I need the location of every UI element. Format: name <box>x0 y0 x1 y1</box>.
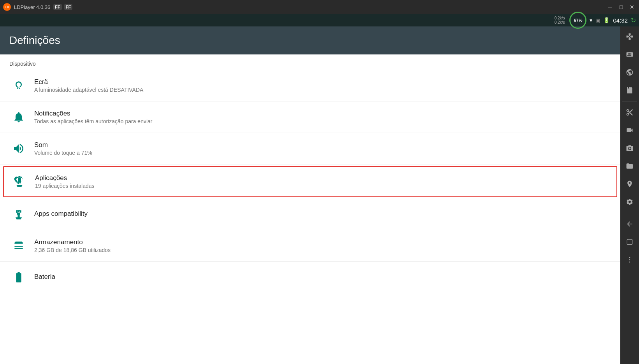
bateria-text: Bateria <box>34 273 55 282</box>
battery-icon: 🔋 <box>603 17 610 23</box>
som-icon <box>9 139 28 158</box>
settings-item-ecra[interactable]: Ecrã A luminosidade adaptável está DESAT… <box>0 70 620 102</box>
apps-compat-title: Apps compatibility <box>34 210 88 218</box>
toolbar-settings2-btn[interactable] <box>621 193 638 210</box>
bateria-icon <box>9 268 28 287</box>
restore-button[interactable]: □ <box>617 3 625 11</box>
svg-rect-1 <box>18 178 21 183</box>
toolbar-apps-btn[interactable] <box>621 251 638 268</box>
armazenamento-title: Armazenamento <box>34 238 111 246</box>
apps-compat-text: Apps compatibility <box>34 210 88 219</box>
side-toolbar <box>620 26 639 364</box>
title-bar: LD LDPlayer 4.0.36 FF FF ─ □ ✕ <box>0 0 639 14</box>
svg-rect-8 <box>16 210 17 213</box>
time-display: 04:32 <box>613 17 628 24</box>
toolbar-camera-btn[interactable] <box>621 140 638 157</box>
toolbar-back-btn[interactable] <box>621 215 638 233</box>
status-bar: 0,2k/s 0,2k/s 67% ▾ ▣ 🔋 04:32 ↻ <box>0 14 639 26</box>
som-subtitle: Volume do toque a 71% <box>34 150 92 156</box>
som-title: Som <box>34 141 92 149</box>
apps-compat-icon <box>9 205 28 224</box>
svg-rect-9 <box>20 210 21 213</box>
section-device-label: Dispositivo <box>0 54 620 70</box>
cpu-percent: 67% <box>574 18 582 23</box>
settings-content: Definições Dispositivo Ecrã A luminosida… <box>0 26 620 364</box>
ecra-text: Ecrã A luminosidade adaptável está DESAT… <box>34 78 143 93</box>
settings-item-bateria[interactable]: Bateria <box>0 262 620 293</box>
bateria-title: Bateria <box>34 273 55 281</box>
notificacoes-title: Notificações <box>34 110 153 117</box>
armazenamento-subtitle: 2,36 GB de 18,86 GB utilizados <box>34 247 111 253</box>
ecra-icon <box>9 76 28 95</box>
toolbar-location-btn[interactable] <box>621 175 638 192</box>
toolbar-globe-btn[interactable] <box>621 64 638 81</box>
ff-badge-1: FF <box>53 4 61 10</box>
svg-point-3 <box>20 182 21 184</box>
toolbar-gamepad-btn[interactable] <box>621 28 638 45</box>
aplicacoes-title: Aplicações <box>35 174 95 182</box>
upload-stat: 0,2k/s <box>555 16 565 20</box>
wifi-icon: ▾ <box>590 17 592 23</box>
settings-item-aplicacoes[interactable]: Aplicações 19 aplicações instaladas <box>3 166 617 197</box>
svg-point-10 <box>629 147 631 149</box>
svg-rect-5 <box>18 215 19 217</box>
notificacoes-text: Notificações Todas as aplicações têm aut… <box>34 110 153 124</box>
title-bar-left: LD LDPlayer 4.0.36 FF FF <box>3 3 72 11</box>
ecra-title: Ecrã <box>34 78 143 86</box>
download-stat: 0,2k/s <box>555 20 565 24</box>
svg-point-12 <box>629 257 630 258</box>
toolbar-scissors-btn[interactable] <box>621 104 638 121</box>
som-text: Som Volume do toque a 71% <box>34 141 92 156</box>
refresh-icon: ↻ <box>631 17 636 24</box>
aplicacoes-icon <box>10 172 29 191</box>
toolbar-sep-2 <box>622 213 637 213</box>
svg-point-7 <box>19 211 20 212</box>
svg-point-6 <box>18 211 18 212</box>
armazenamento-icon <box>9 236 28 255</box>
aplicacoes-text: Aplicações 19 aplicações instaladas <box>35 174 95 189</box>
settings-title: Definições <box>9 34 611 47</box>
notificacoes-icon <box>9 108 28 126</box>
settings-item-notificacoes[interactable]: Notificações Todas as aplicações têm aut… <box>0 102 620 133</box>
cpu-stats: 0,2k/s 0,2k/s <box>555 16 565 24</box>
main-layout: Definições Dispositivo Ecrã A luminosida… <box>0 26 639 364</box>
close-button[interactable]: ✕ <box>628 3 636 11</box>
app-name: LDPlayer 4.0.36 <box>14 4 50 10</box>
toolbar-folder-btn[interactable] <box>621 158 638 175</box>
settings-item-som[interactable]: Som Volume do toque a 71% <box>0 133 620 164</box>
svg-rect-4 <box>17 210 20 215</box>
svg-point-2 <box>18 182 19 184</box>
app-logo: LD <box>3 3 11 11</box>
ff-badges: FF FF <box>53 4 72 10</box>
settings-header: Definições <box>0 26 620 54</box>
toolbar-home-btn[interactable] <box>621 233 638 250</box>
settings-item-armazenamento[interactable]: Armazenamento 2,36 GB de 18,86 GB utiliz… <box>0 230 620 262</box>
svg-point-14 <box>629 262 630 263</box>
svg-point-13 <box>629 259 630 261</box>
title-bar-controls: ─ □ ✕ <box>606 3 636 11</box>
ff-badge-2: FF <box>64 4 72 10</box>
minimize-button[interactable]: ─ <box>606 3 614 11</box>
notificacoes-subtitle: Todas as aplicações têm autorização para… <box>34 118 153 124</box>
svg-rect-11 <box>627 239 632 244</box>
signal-icon: ▣ <box>595 18 600 23</box>
toolbar-apk-btn[interactable] <box>621 82 638 99</box>
armazenamento-text: Armazenamento 2,36 GB de 18,86 GB utiliz… <box>34 238 111 253</box>
toolbar-sep-1 <box>622 101 637 102</box>
ecra-subtitle: A luminosidade adaptável está DESATIVADA <box>34 87 143 93</box>
aplicacoes-subtitle: 19 aplicações instaladas <box>35 183 95 189</box>
toolbar-keyboard-btn[interactable] <box>621 46 638 63</box>
toolbar-video-btn[interactable] <box>621 122 638 139</box>
settings-item-apps-compat[interactable]: Apps compatibility <box>0 199 620 230</box>
